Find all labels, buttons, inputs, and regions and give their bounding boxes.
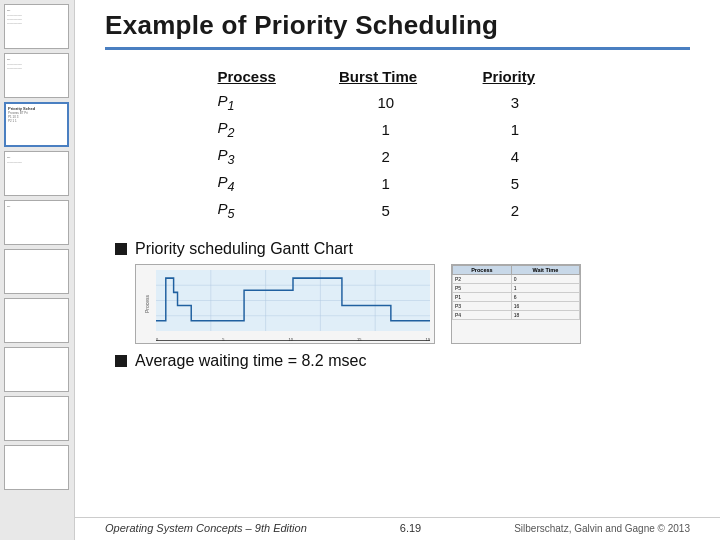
footer-right: Silberschatz, Galvin and Gagne © 2013 bbox=[514, 523, 690, 534]
burst-time: 5 bbox=[329, 197, 473, 224]
table-row: P1 10 3 bbox=[208, 89, 588, 116]
gantt-table-mock: Process Wait Time P20 P51 P16 P316 P418 bbox=[451, 264, 581, 344]
slide-thumb-8[interactable] bbox=[4, 347, 69, 392]
slide-thumb-3[interactable]: Priority Sched Process BT Pri P1 10 3 P2… bbox=[4, 102, 69, 147]
gantt-y-label: Process bbox=[144, 295, 150, 313]
footer-center: 6.19 bbox=[400, 522, 421, 534]
slide-thumb-1[interactable]: ... ─────── ─────── ─────── bbox=[4, 4, 69, 49]
bullet2-section: Average waiting time = 8.2 msec bbox=[115, 352, 690, 370]
priority-val: 1 bbox=[473, 116, 588, 143]
col-header-priority: Priority bbox=[473, 64, 588, 89]
bullet-icon-2 bbox=[115, 355, 127, 367]
gantt-svg bbox=[156, 270, 430, 331]
bullet1-section: Priority scheduling Gantt Chart bbox=[115, 240, 690, 258]
burst-time: 2 bbox=[329, 143, 473, 170]
priority-val: 5 bbox=[473, 170, 588, 197]
process-name: P1 bbox=[208, 89, 329, 116]
bullet-icon bbox=[115, 243, 127, 255]
slide-thumb-9[interactable] bbox=[4, 396, 69, 441]
col-header-burst: Burst Time bbox=[329, 64, 473, 89]
process-name: P4 bbox=[208, 170, 329, 197]
process-table: Process Burst Time Priority P1 10 3 P2 1… bbox=[208, 64, 588, 224]
table-row: P5 5 2 bbox=[208, 197, 588, 224]
process-name: P5 bbox=[208, 197, 329, 224]
burst-time: 10 bbox=[329, 89, 473, 116]
gantt-area: Process 0 5 bbox=[135, 264, 690, 344]
burst-time: 1 bbox=[329, 170, 473, 197]
table-row: P3 2 4 bbox=[208, 143, 588, 170]
gantt-grid bbox=[156, 270, 430, 331]
gantt-chart: Process 0 5 bbox=[135, 264, 435, 344]
col-header-process: Process bbox=[208, 64, 329, 89]
priority-val: 4 bbox=[473, 143, 588, 170]
footer: Operating System Concepts – 9th Edition … bbox=[75, 517, 720, 534]
slide-thumb-10[interactable] bbox=[4, 445, 69, 490]
main-slide: Example of Priority Scheduling Process B… bbox=[75, 0, 720, 540]
process-name: P2 bbox=[208, 116, 329, 143]
burst-time: 1 bbox=[329, 116, 473, 143]
slide-thumb-2[interactable]: ... ─────── ─────── bbox=[4, 53, 69, 98]
bullet1-text: Priority scheduling Gantt Chart bbox=[135, 240, 353, 258]
table-row: P2 1 1 bbox=[208, 116, 588, 143]
slide-thumb-7[interactable] bbox=[4, 298, 69, 343]
slide-thumb-4[interactable]: ... ─────── bbox=[4, 151, 69, 196]
bullet2-text: Average waiting time = 8.2 msec bbox=[135, 352, 366, 370]
priority-val: 3 bbox=[473, 89, 588, 116]
slide-thumb-6[interactable] bbox=[4, 249, 69, 294]
title-bar: Example of Priority Scheduling bbox=[105, 10, 690, 50]
slide-title: Example of Priority Scheduling bbox=[105, 10, 498, 40]
table-row: P4 1 5 bbox=[208, 170, 588, 197]
footer-left: Operating System Concepts – 9th Edition bbox=[105, 522, 307, 534]
priority-val: 2 bbox=[473, 197, 588, 224]
slide-thumb-5[interactable]: ... bbox=[4, 200, 69, 245]
process-name: P3 bbox=[208, 143, 329, 170]
slide-strip: ... ─────── ─────── ─────── ... ─────── … bbox=[0, 0, 75, 540]
